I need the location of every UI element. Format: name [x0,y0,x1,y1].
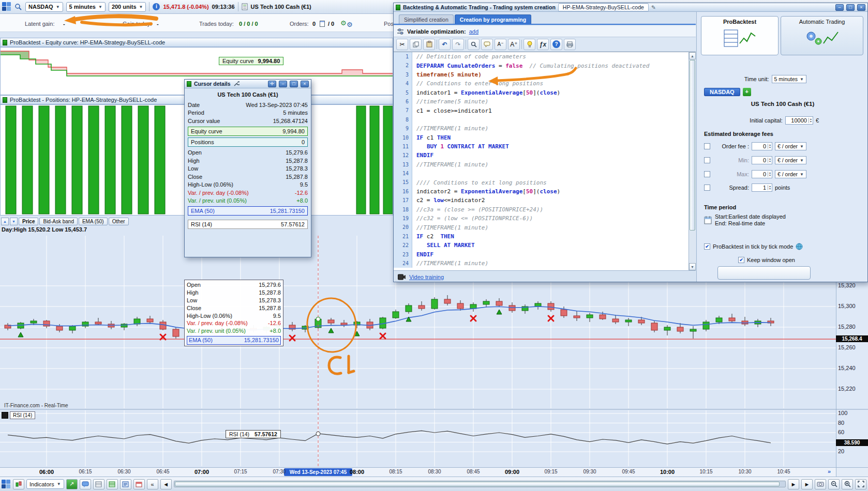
help-button[interactable]: ? [550,39,562,50]
equity-panel-titlebar[interactable]: ProBacktest - Equity curve: HP-EMA-Strat… [0,38,393,47]
close-button[interactable]: × [301,81,309,87]
fee-input[interactable]: 0▲▼ [752,142,772,150]
cursor-details-titlebar[interactable]: Cursor details ✛ – □ × [185,80,311,88]
instrument-search-icon[interactable] [14,3,22,11]
paste-button[interactable] [423,39,435,50]
minimize-button[interactable]: – [279,81,287,87]
undo-button[interactable]: ↶ [439,39,451,50]
spinner-arrows[interactable]: ▲▼ [768,144,772,149]
chart-button-ema-50-[interactable]: EMA (50) [79,218,108,225]
watchlist-button[interactable] [93,479,104,489]
market-dropdown[interactable]: NASDAQ▼ [25,2,63,12]
indicators-dropdown[interactable]: Indicators▼ [26,479,64,489]
comment-button[interactable] [481,39,493,50]
timeframe-dropdown[interactable]: 5 minutes▼ [66,2,106,12]
spinner-arrows[interactable]: ▲▼ [768,185,772,190]
calendar-icon[interactable] [704,216,712,225]
fee-unit-dropdown[interactable]: € / order▼ [775,142,806,150]
chart-button-bid-ask-band[interactable]: Bid-Ask band [39,218,77,225]
tab-simplified-creation[interactable]: Simplified creation [399,14,454,24]
orders-settings-gear-icon-2[interactable]: ⚙ [347,21,353,28]
redo-button[interactable]: ↷ [452,39,464,50]
scroll-down-arrow[interactable]: ▼ [689,263,696,270]
chart-button-other[interactable]: Other [109,218,129,225]
time-unit-dropdown[interactable]: 5 minutes▼ [772,75,806,83]
font-increase-button[interactable]: A⁺ [508,39,520,50]
tick-mode-checkbox[interactable]: ✔ [704,243,710,250]
info-icon[interactable]: i [153,3,160,10]
fee-unit-dropdown[interactable]: € / order▼ [775,156,806,164]
tab-automatic-trading[interactable]: Automatic Trading [781,16,863,55]
cursor-rsi-value: 57.57612 [281,221,305,227]
font-decrease-button[interactable]: A⁻ [495,39,506,50]
collapse-left-button[interactable]: « [147,479,158,489]
maximize-button[interactable]: □ [290,81,298,87]
add-variable-link[interactable]: add [469,28,478,35]
print-button[interactable] [564,39,576,50]
fee-input[interactable]: 1▲▼ [752,183,772,192]
code-scrollbar[interactable]: ▲ ▼ [689,52,696,270]
rsi-indicator-button[interactable]: RSI (14) [10,411,35,419]
fee-unit-dropdown[interactable]: € / order▼ [775,170,806,178]
add-market-button[interactable]: + [743,88,751,96]
scroll-right-button[interactable]: ► [788,479,799,489]
fit-chart-button[interactable] [855,479,866,489]
cut-button[interactable]: ✂ [396,39,408,50]
minimize-button[interactable]: – [835,4,844,11]
code-scrollbar-thumb[interactable] [690,60,695,231]
scroll-end-button[interactable]: ► [801,479,813,489]
fee-input[interactable]: 0▲▼ [752,156,772,164]
share-button[interactable]: ↗ [66,479,78,489]
spinner-arrows[interactable]: ▲▼ [809,118,813,123]
fee-label: Spread: [713,185,749,191]
pane-up-button[interactable]: ▲ [1,218,9,225]
scrollbar-thumb[interactable] [175,482,780,486]
orders-doc-icon[interactable] [320,21,325,27]
strategy-doc-tab[interactable]: HP-EMA-Strategy-BuySELL-code [558,3,649,11]
news-button[interactable] [120,479,131,489]
fee-checkbox[interactable] [704,143,710,149]
fee-checkbox[interactable] [704,171,710,177]
tab-creation-by-programming[interactable]: Creation by programming [455,14,531,24]
function-library-button[interactable]: ƒx [537,39,549,50]
hint-button[interactable] [523,39,535,50]
initial-capital-input[interactable]: 10000▲▼ [785,116,813,125]
spinner-arrows[interactable]: ▲▼ [768,158,772,163]
copy-button[interactable] [410,39,422,50]
chart-button-price[interactable]: Price [19,218,38,225]
zoom-out-button[interactable] [828,479,840,489]
units-dropdown[interactable]: 200 units▼ [109,2,146,12]
close-button[interactable]: × [857,4,865,11]
scroll-up-arrow[interactable]: ▲ [689,52,696,59]
fee-checkbox[interactable] [704,185,710,191]
partially-visible-button[interactable] [717,266,811,280]
keep-window-checkbox[interactable]: ✔ [738,257,744,263]
video-training-link[interactable]: Video training [409,274,444,280]
fee-checkbox[interactable] [704,157,710,163]
world-clock-icon [796,243,803,250]
search-button[interactable] [468,39,480,50]
zoom-in-button[interactable] [842,479,853,489]
economic-calendar-button[interactable] [133,479,145,489]
chart-horizontal-scrollbar[interactable] [174,481,786,487]
tab-probacktest[interactable]: ProBacktest [701,16,779,55]
fee-input[interactable]: 0▲▼ [752,170,772,178]
video-camera-icon [398,274,406,280]
orders-settings-gear-icon[interactable]: ⚙ [340,19,347,27]
edit-strategy-icon[interactable]: ✎ [651,4,656,10]
orders-table-button[interactable] [107,479,118,489]
pane-down-button[interactable]: ▼ [10,218,18,225]
spinner-arrows[interactable]: ▲▼ [768,172,772,177]
pin-button[interactable]: ✛ [268,81,276,87]
code-editor[interactable]: 1// Definition of code parameters2DEFPAR… [394,52,696,270]
app-menu-button[interactable] [2,480,11,489]
chart-type-button[interactable] [13,479,24,489]
maximize-button[interactable]: □ [846,4,855,11]
market-tag-button[interactable]: NASDAQ [704,88,740,96]
chat-button[interactable] [80,479,91,489]
axis-more-button[interactable]: » [825,468,834,476]
snapshot-button[interactable] [815,479,826,489]
wrench-icon[interactable] [233,81,240,87]
backtesting-titlebar[interactable]: Backtesting & Automatic Trading - Tradin… [394,3,867,12]
scroll-left-button[interactable]: ◄ [160,479,172,489]
